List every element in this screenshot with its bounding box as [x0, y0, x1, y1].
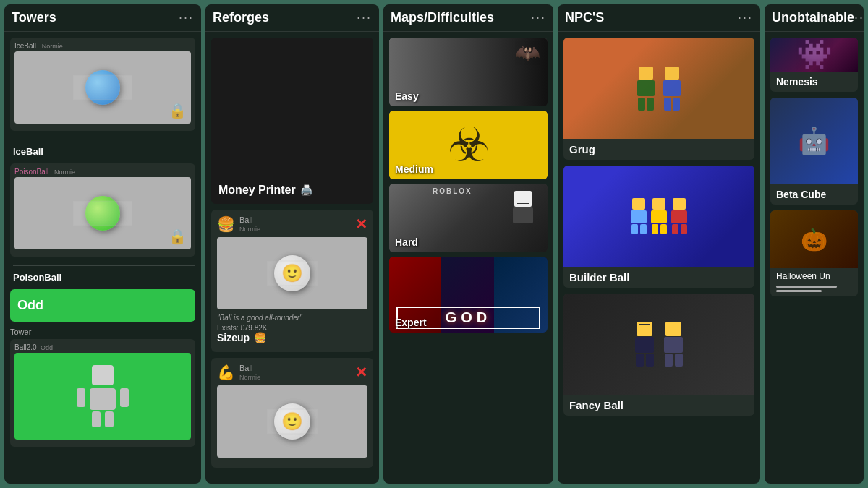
reforge-remove-2[interactable]: ✕	[355, 364, 367, 381]
reforge-item1-header: 🍔 Ball Normie ✕	[217, 215, 367, 233]
fancyball-name: Fancy Ball	[563, 395, 754, 416]
reforges-panel: Reforges ··· Money Printer 🖨️ 🍔 Ball Nor…	[205, 4, 379, 484]
towers-panel: Towers ··· IceBall Normie 🔒 IceBall	[4, 4, 201, 484]
iceball-label-top: IceBall Normie	[14, 42, 191, 50]
poisonball-label-top: PoisonBall Normie	[14, 168, 191, 176]
reforge-ball-preview-1: 🙂	[217, 237, 367, 309]
npcs-panel: NPC'S ···	[558, 4, 760, 484]
ball2-label: Ball2.0 Odd	[14, 343, 191, 351]
reforges-menu-icon[interactable]: ···	[357, 10, 372, 25]
towers-title: Towers	[12, 10, 56, 25]
unobtainable-content: 👾 Nemesis 🤖 Beta Cube 🎃 Halloween Un	[765, 32, 864, 484]
npc-fancyball-card[interactable]: Fancy Ball	[563, 294, 754, 416]
printer-icon: 🖨️	[300, 184, 312, 196]
unobtainable-menu-icon[interactable]: ···	[854, 10, 864, 25]
builderball-image	[563, 166, 754, 267]
iceball-normie-preview: 🔒	[14, 51, 191, 124]
grug-image	[563, 38, 754, 139]
poison-lock-icon: 🔒	[169, 228, 187, 245]
npcs-title: NPC'S	[565, 10, 604, 25]
towers-header: Towers ···	[4, 4, 201, 32]
halloween-line-2	[776, 290, 822, 292]
halloween-icon: 🎃	[801, 227, 827, 252]
reforges-content: Money Printer 🖨️ 🍔 Ball Normie ✕ 🙂	[205, 32, 379, 484]
ball2-preview	[14, 353, 191, 440]
unobtainable-header: Unobtainable ···	[765, 4, 864, 32]
maps-menu-icon[interactable]: ···	[531, 10, 546, 25]
money-printer-card[interactable]: Money Printer 🖨️	[211, 38, 373, 204]
map-medium-card[interactable]: ☣ Medium	[389, 111, 548, 179]
halloween-card[interactable]: 🎃 Halloween Un	[770, 210, 858, 296]
npcs-header: NPC'S ···	[558, 4, 760, 32]
hard-label: Hard	[389, 232, 424, 252]
builder-figures	[631, 198, 687, 234]
reforge-title-1: Sizeup 🍔	[217, 332, 367, 343]
fancy-figures	[635, 322, 683, 367]
reforge-item-2[interactable]: 💪 Ball Normie ✕ 🙂	[211, 358, 373, 468]
npc-grug-card[interactable]: Grug	[563, 38, 754, 160]
npc-builderball-card[interactable]: Builder Ball	[563, 166, 754, 288]
betacube-image: 🤖	[770, 98, 858, 184]
roblox-text: ROBLOX	[433, 187, 472, 195]
halloween-line-1	[776, 286, 837, 288]
medium-label: Medium	[389, 159, 439, 179]
reforge-ball-preview-2: 🙂	[217, 385, 367, 458]
reforge-name-2: Ball Normie	[239, 364, 260, 381]
betacube-name: Beta Cube	[770, 184, 858, 205]
grug-figures	[637, 67, 681, 111]
poisonball-normie-preview: 🔒	[14, 177, 191, 249]
reforge-name-1: Ball Normie	[239, 215, 260, 233]
halloween-image: 🎃	[770, 210, 858, 268]
robot-figure	[77, 365, 129, 427]
nemesis-card[interactable]: 👾 Nemesis	[770, 38, 858, 92]
tower-section-label: Tower	[10, 328, 195, 336]
builderball-name: Builder Ball	[563, 267, 754, 288]
nemesis-figure: 👾	[796, 38, 833, 72]
towers-content: IceBall Normie 🔒 IceBall PoisonBall N	[4, 32, 201, 484]
odd-banner[interactable]: Odd	[10, 289, 195, 322]
poisonball-name: PoisonBall	[13, 272, 61, 283]
npcs-content: Grug	[558, 32, 760, 484]
reforge-remove-1[interactable]: ✕	[355, 215, 367, 233]
unobtainable-title: Unobtainable	[772, 10, 854, 25]
hard-roblox	[513, 191, 533, 223]
maps-panel: Maps/Difficulties ··· 🦇 Easy ☣ Medium	[383, 4, 553, 484]
maps-header: Maps/Difficulties ···	[383, 4, 553, 32]
iceball-name-display: IceBall	[10, 137, 195, 163]
maps-title: Maps/Difficulties	[391, 10, 494, 25]
reforge-description-1: "Ball is a good all-rounder"	[217, 314, 367, 322]
map-expert-card[interactable]: GOD Expert	[389, 257, 548, 333]
towers-menu-icon[interactable]: ···	[179, 10, 194, 25]
maps-content: 🦇 Easy ☣ Medium ROBLOX Hard	[383, 32, 553, 484]
halloween-name: Halloween Un	[770, 268, 858, 284]
ball2-tower-card[interactable]: Ball2.0 Odd	[10, 339, 195, 447]
map-hard-card[interactable]: ROBLOX Hard	[389, 184, 548, 252]
reforges-header: Reforges ···	[205, 4, 379, 32]
reforge-item2-header: 💪 Ball Normie ✕	[217, 364, 367, 381]
halloween-lines	[770, 284, 858, 296]
npcs-menu-icon[interactable]: ···	[738, 10, 753, 25]
nemesis-name: Nemesis	[770, 72, 858, 92]
iceball-name: IceBall	[13, 146, 43, 157]
poisonball-normie-card[interactable]: PoisonBall Normie 🔒	[10, 163, 195, 257]
reforge-stats-1: Exists: £79.82K	[217, 324, 367, 332]
iceball-normie-card[interactable]: IceBall Normie 🔒	[10, 38, 195, 131]
lock-icon: 🔒	[169, 102, 187, 119]
easy-label: Easy	[389, 86, 425, 106]
unobtainable-panel: Unobtainable ··· 👾 Nemesis 🤖 Beta Cube	[765, 4, 864, 484]
expert-label: Expert	[389, 312, 433, 333]
betacube-figure: 🤖	[798, 126, 830, 156]
bat-icon: 🦇	[515, 41, 540, 65]
money-printer-label: Money Printer 🖨️	[218, 184, 312, 197]
biohazard-icon: ☣	[448, 118, 490, 172]
map-easy-card[interactable]: 🦇 Easy	[389, 38, 548, 106]
fancyball-image	[563, 294, 754, 395]
odd-label: Odd	[17, 298, 43, 312]
nemesis-image: 👾	[770, 38, 858, 72]
grug-name: Grug	[563, 139, 754, 160]
reforge-icon-1: 🍔	[217, 215, 235, 233]
reforge-item-1[interactable]: 🍔 Ball Normie ✕ 🙂 "Ball is a good all-ro…	[211, 210, 373, 352]
betacube-card[interactable]: 🤖 Beta Cube	[770, 98, 858, 205]
reforges-title: Reforges	[213, 10, 269, 25]
reforge-icon-2: 💪	[217, 364, 235, 381]
